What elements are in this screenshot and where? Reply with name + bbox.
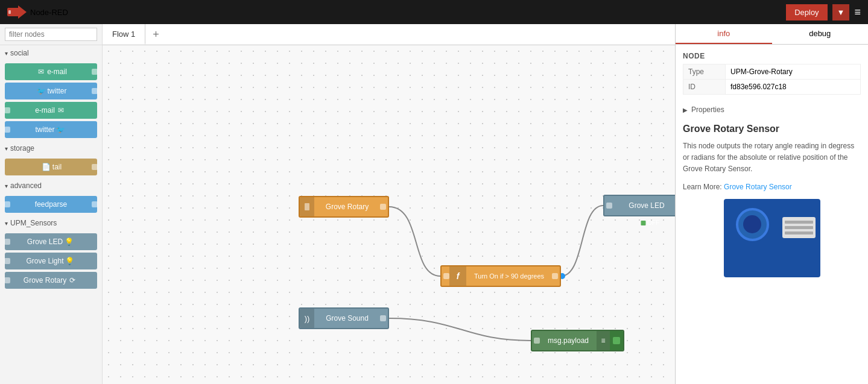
sensor-image-area: [683, 199, 861, 277]
list-item[interactable]: Grove LED 💡: [5, 233, 97, 250]
tail-icon: 📄: [40, 161, 52, 173]
bulb-icon: 💡: [63, 236, 75, 248]
menu-button[interactable]: ≡: [854, 6, 861, 19]
port-left: [534, 338, 540, 344]
topbar: Node-RED Deploy ▼ ≡: [0, 0, 868, 24]
node-description: This node outputs the rotary angle readi…: [683, 140, 861, 175]
sidebar-section-label: social: [10, 49, 29, 57]
list-item[interactable]: Grove Light 💡: [5, 253, 97, 269]
flow-canvas[interactable]: Grove Rotary Grove LED 💡 OFF: [103, 45, 675, 384]
svg-rect-2: [8, 10, 11, 14]
sensor-connector: [782, 217, 816, 238]
sidebar-section-advanced[interactable]: ▾ advanced: [0, 178, 102, 194]
port-right: [380, 204, 386, 210]
table-row: Type UPM-Grove-Rotary: [683, 65, 861, 80]
upm-node-list: Grove LED 💡 Grove Light 💡 Grove Rotary ⟳: [0, 231, 102, 291]
search-input[interactable]: [5, 28, 97, 41]
list-item[interactable]: 🐦 twitter: [5, 83, 97, 99]
twitter-icon: 🐦: [35, 85, 47, 97]
tab-debug[interactable]: debug: [772, 24, 869, 44]
pin: [785, 231, 813, 234]
topbar-right: Deploy ▼ ≡: [786, 4, 861, 20]
chevron-down-icon: ▾: [5, 220, 8, 227]
email-icon: ✉: [35, 66, 47, 78]
deploy-button[interactable]: Deploy: [786, 4, 827, 20]
type-label: Type: [683, 65, 726, 80]
deploy-dropdown-button[interactable]: ▼: [832, 4, 850, 20]
grove-led-status: OFF: [641, 219, 659, 226]
id-value: fd83e596.027c18: [726, 80, 861, 95]
led-status-label: OFF: [647, 219, 659, 226]
tab-info-label: info: [717, 29, 730, 38]
knob-inner: [743, 215, 761, 233]
twitter-icon: 🐦: [55, 124, 67, 136]
node-label: msg.payload: [540, 336, 597, 345]
list-item[interactable]: feedparse: [5, 196, 97, 213]
tab-flow1[interactable]: Flow 1: [103, 24, 145, 45]
chevron-down-icon: ▾: [5, 145, 8, 152]
toggle-indicator: [613, 337, 620, 344]
port-left: [443, 273, 449, 279]
tab-label: Flow 1: [112, 30, 135, 39]
properties-row[interactable]: ▶ Properties: [683, 102, 861, 118]
sidebar-section-label: advanced: [10, 181, 42, 190]
list-icon: ≡: [597, 331, 610, 350]
connection-turnon-led: [561, 206, 603, 276]
node-label: e-mail: [35, 106, 55, 115]
node-label: e-mail: [47, 68, 67, 76]
tab-info[interactable]: info: [676, 24, 772, 44]
node-label: Grove Sound: [314, 314, 380, 323]
node-input-port: [300, 197, 314, 216]
social-node-list: ✉ e-mail 🐦 twitter e-mail ✉ twitter 🐦: [0, 61, 102, 140]
msg-payload-node[interactable]: msg.payload ≡: [531, 330, 624, 351]
grove-rotary-node[interactable]: Grove Rotary: [299, 196, 389, 218]
learn-more-link[interactable]: Grove Rotary Sensor: [724, 183, 792, 191]
svg-marker-1: [18, 5, 27, 19]
port-right: [92, 164, 98, 170]
port-right: [552, 273, 558, 279]
turn-on-node[interactable]: f Turn On if > 90 degrees: [440, 265, 561, 287]
port-left: [4, 258, 10, 264]
port-left: [4, 277, 10, 283]
port-right: [92, 69, 98, 75]
list-item[interactable]: e-mail ✉: [5, 102, 97, 119]
toggle-icon: [610, 331, 623, 350]
node-label: feedparse: [35, 200, 67, 209]
list-item[interactable]: twitter 🐦: [5, 121, 97, 138]
advanced-node-list: feedparse: [0, 194, 102, 215]
topbar-left: Node-RED: [7, 5, 68, 19]
add-tab-button[interactable]: +: [145, 24, 166, 45]
learn-more-label: Learn More:: [683, 183, 722, 191]
id-label: ID: [683, 80, 726, 95]
sidebar-section-social[interactable]: ▾ social: [0, 45, 102, 61]
info-panel: info debug Node Type UPM-Grove-Rotary: [675, 24, 868, 384]
node-label: Grove Light: [26, 257, 63, 265]
light-icon: 💡: [64, 255, 76, 267]
port-left: [4, 107, 10, 113]
email-icon: ✉: [55, 104, 67, 116]
port-left: [606, 203, 612, 209]
sidebar-section-upm[interactable]: ▾ UPM_Sensors: [0, 215, 102, 231]
grove-sound-node[interactable]: )) Grove Sound: [299, 307, 389, 329]
node-info-section: Node Type UPM-Grove-Rotary ID fd83e596.0…: [683, 52, 861, 95]
sidebar-section-label: storage: [10, 144, 34, 153]
connection-rotary-turnon: [389, 207, 440, 276]
grove-led-node[interactable]: Grove LED 💡 OFF: [603, 195, 675, 216]
logo: Node-RED: [7, 5, 68, 19]
list-item[interactable]: Grove Rotary ⟳: [5, 272, 97, 289]
sensor-illustration: [724, 199, 820, 277]
connection-sound-payload: [389, 318, 531, 341]
node-label: twitter: [35, 125, 54, 134]
list-item[interactable]: ✉ e-mail: [5, 63, 97, 80]
list-item[interactable]: 📄 tail: [5, 159, 97, 175]
port-left: [4, 239, 10, 245]
learn-more-text: Learn More: Grove Rotary Sensor: [683, 181, 861, 193]
node-title: Grove Rotary Sensor: [683, 124, 861, 134]
sidebar: ▾ social ✉ e-mail 🐦 twitter e-mail ✉ twi…: [0, 24, 103, 384]
port-connector: [305, 203, 309, 210]
node-label: Grove LED: [27, 238, 63, 246]
table-row: ID fd83e596.027c18: [683, 80, 861, 95]
sidebar-section-storage[interactable]: ▾ storage: [0, 140, 102, 156]
node-label: tail: [52, 163, 62, 171]
chevron-down-icon: ▾: [5, 183, 8, 189]
